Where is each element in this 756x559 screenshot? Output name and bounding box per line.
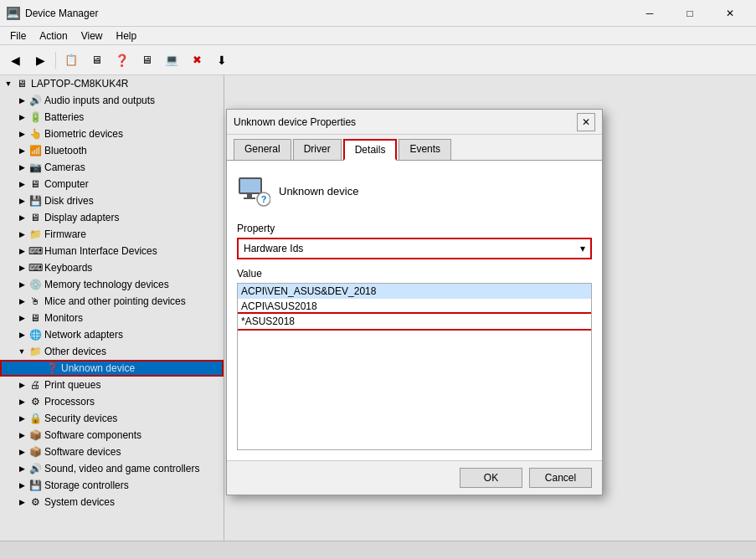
menu-help[interactable]: Help bbox=[110, 28, 144, 44]
property-label: Property bbox=[237, 223, 592, 234]
toolbar-back[interactable]: ◀ bbox=[3, 49, 27, 72]
toolbar-sep-1 bbox=[55, 52, 56, 69]
menu-action[interactable]: Action bbox=[33, 28, 74, 44]
device-name: Unknown device bbox=[279, 185, 358, 197]
close-button[interactable]: ✕ bbox=[711, 2, 749, 25]
value-item-2[interactable]: *ASUS2018 bbox=[238, 314, 591, 329]
device-icon-large: ? bbox=[237, 174, 270, 208]
value-item-0[interactable]: ACPI\VEN_ASUS&DEV_2018 bbox=[238, 284, 591, 299]
toolbar-forward[interactable]: ▶ bbox=[28, 49, 52, 72]
svg-rect-1 bbox=[240, 179, 260, 192]
toolbar-uninstall[interactable]: ✖ bbox=[185, 49, 208, 72]
tab-details[interactable]: Details bbox=[343, 139, 398, 161]
property-dropdown-value: Hardware Ids bbox=[244, 243, 303, 254]
title-bar: 💻 Device Manager ─ □ ✕ bbox=[0, 0, 756, 27]
dialog-title-bar: Unknown device Properties ✕ bbox=[227, 110, 602, 135]
menu-view[interactable]: View bbox=[75, 28, 110, 44]
properties-dialog: Unknown device Properties ✕ General Driv… bbox=[226, 109, 603, 495]
dropdown-chevron-icon: ▾ bbox=[580, 243, 585, 254]
toolbar: ◀ ▶ 📋 🖥 ❓ 🖥 💻 ✖ ⬇ bbox=[0, 45, 756, 75]
svg-text:?: ? bbox=[261, 194, 267, 204]
svg-rect-3 bbox=[244, 197, 255, 199]
app-icon: 💻 bbox=[7, 7, 20, 20]
window-controls: ─ □ ✕ bbox=[630, 2, 749, 25]
dialog-title-text: Unknown device Properties bbox=[234, 116, 577, 128]
window-title: Device Manager bbox=[25, 8, 630, 19]
maximize-button[interactable]: □ bbox=[671, 2, 709, 25]
cancel-button[interactable]: Cancel bbox=[529, 468, 592, 488]
dialog-content: ? Unknown device Property Hardware Ids ▾… bbox=[227, 161, 602, 460]
value-list[interactable]: ACPI\VEN_ASUS&DEV_2018 ACPI\ASUS2018 *AS… bbox=[237, 283, 592, 450]
property-dropdown[interactable]: Hardware Ids ▾ bbox=[237, 238, 592, 259]
svg-rect-2 bbox=[247, 194, 252, 197]
toolbar-help[interactable]: ❓ bbox=[110, 49, 133, 72]
toolbar-download[interactable]: ⬇ bbox=[210, 49, 234, 72]
tab-general[interactable]: General bbox=[234, 139, 291, 161]
value-item-1[interactable]: ACPI\ASUS2018 bbox=[238, 299, 591, 314]
toolbar-properties[interactable]: 📋 bbox=[59, 49, 83, 72]
tab-events[interactable]: Events bbox=[399, 139, 451, 161]
device-header: ? Unknown device bbox=[237, 171, 592, 211]
dialog-footer: OK Cancel bbox=[227, 460, 602, 495]
device-svg-icon: ? bbox=[237, 174, 270, 208]
tab-driver[interactable]: Driver bbox=[293, 139, 342, 161]
menu-file[interactable]: File bbox=[3, 28, 33, 44]
value-label: Value bbox=[237, 268, 592, 280]
ok-button[interactable]: OK bbox=[460, 468, 522, 488]
toolbar-update[interactable]: 🖥 bbox=[135, 49, 158, 72]
toolbar-display[interactable]: 🖥 bbox=[85, 49, 108, 72]
dialog-close-button[interactable]: ✕ bbox=[577, 113, 595, 131]
minimize-button[interactable]: ─ bbox=[630, 2, 669, 25]
toolbar-scan[interactable]: 💻 bbox=[160, 49, 183, 72]
menu-bar: File Action View Help bbox=[0, 27, 756, 45]
dialog-tabs: General Driver Details Events bbox=[227, 135, 602, 161]
